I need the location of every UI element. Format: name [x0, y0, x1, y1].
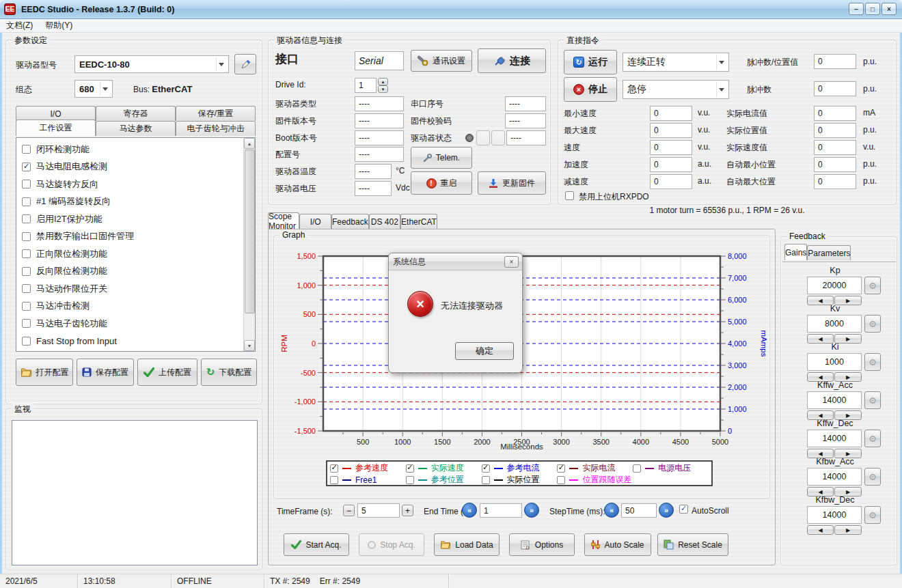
- cmd-param-input[interactable]: 0: [650, 157, 692, 172]
- dialog-ok-button[interactable]: 确定: [455, 342, 514, 360]
- minimize-button[interactable]: –: [849, 3, 864, 15]
- gain-input-ki[interactable]: 1000: [807, 353, 862, 371]
- cmd-param-input[interactable]: 0: [650, 123, 692, 138]
- option-checkbox[interactable]: [22, 232, 31, 241]
- legend-checkbox[interactable]: [482, 464, 490, 473]
- autoscroll-checkbox[interactable]: [679, 505, 688, 514]
- update-firmware-button[interactable]: 更新固件: [478, 171, 546, 195]
- option-checkbox[interactable]: [22, 284, 31, 293]
- reset-scale-button[interactable]: Reset Scale: [657, 533, 728, 556]
- params-tab-[interactable]: 寄存器: [96, 106, 176, 121]
- gain-input-kfbw_acc[interactable]: 14000: [807, 468, 862, 486]
- scope-tab-scope-monitor[interactable]: Scope Monitor: [268, 212, 299, 229]
- option-checkbox[interactable]: [22, 145, 31, 154]
- feedback-tab-gains[interactable]: Gains: [784, 244, 807, 260]
- option-list-scrollbar[interactable]: ▲ ▼: [243, 138, 255, 351]
- gain-settings-button[interactable]: ⚙: [864, 391, 881, 409]
- close-button[interactable]: ×: [882, 3, 897, 15]
- telemetry-button[interactable]: Telem.: [411, 147, 472, 169]
- endtime-prev-button[interactable]: «: [462, 503, 477, 518]
- legend-checkbox[interactable]: [482, 476, 490, 484]
- timeframe-plus-button[interactable]: +: [402, 505, 413, 516]
- scope-tab-feedback[interactable]: Feedback: [331, 214, 369, 229]
- cmd-param-input[interactable]: 0: [650, 174, 692, 189]
- dialog-close-button[interactable]: ×: [504, 256, 519, 268]
- steptime-forward-button[interactable]: »: [659, 503, 674, 518]
- status-button-2[interactable]: [491, 130, 505, 145]
- probe-button[interactable]: [234, 54, 256, 74]
- upload-config-button[interactable]: 上传配置: [137, 359, 197, 386]
- legend-checkbox[interactable]: [557, 476, 565, 484]
- gain-settings-button[interactable]: ⚙: [864, 506, 881, 524]
- restart-button[interactable]: ! 重启: [411, 171, 472, 195]
- legend-checkbox[interactable]: [406, 476, 414, 484]
- gain-decrease-button[interactable]: ◀: [807, 525, 834, 535]
- drive-id-up-button[interactable]: ▲: [378, 78, 388, 85]
- feedback-tab-parameters[interactable]: Parameters: [807, 245, 851, 260]
- comm-settings-button[interactable]: 通讯设置: [411, 50, 472, 72]
- steptime-input[interactable]: 50: [621, 503, 657, 518]
- option-checkbox[interactable]: [22, 302, 31, 311]
- params-tab-[interactable]: 电子齿轮与冲击: [176, 121, 256, 136]
- legend-checkbox[interactable]: [557, 464, 565, 473]
- gain-input-kffw_acc[interactable]: 14000: [807, 391, 862, 409]
- option-checkbox[interactable]: [22, 197, 31, 206]
- gain-settings-button[interactable]: ⚙: [864, 353, 881, 371]
- stop-acq-button[interactable]: Stop Acq.: [359, 533, 424, 556]
- scope-tab-ethercat[interactable]: EtherCAT: [400, 214, 437, 229]
- gain-input-kfbw_dec[interactable]: 14000: [807, 506, 862, 524]
- params-tab-[interactable]: 马达参数: [96, 121, 176, 136]
- load-data-button[interactable]: Load Data: [434, 533, 500, 556]
- download-config-button[interactable]: ↻ 下载配置: [201, 359, 257, 386]
- stop-mode-combo[interactable]: 急停: [623, 80, 729, 99]
- legend-checkbox[interactable]: [633, 464, 641, 473]
- scope-tab-i-o[interactable]: I/O: [299, 214, 331, 229]
- start-acq-button[interactable]: Start Acq.: [284, 533, 349, 556]
- run-button[interactable]: ↻ 运行: [564, 50, 617, 74]
- gain-increase-button[interactable]: ▶: [834, 525, 862, 535]
- open-config-button[interactable]: 打开配置: [16, 359, 73, 386]
- legend-checkbox[interactable]: [330, 464, 338, 473]
- timeframe-input[interactable]: 5: [357, 503, 400, 518]
- option-checkbox[interactable]: [22, 180, 31, 188]
- scroll-down-button[interactable]: ▼: [244, 340, 255, 351]
- scrollbar-thumb[interactable]: [245, 150, 255, 313]
- legend-checkbox[interactable]: [330, 476, 338, 484]
- rxpdo-checkbox[interactable]: [565, 191, 574, 200]
- steptime-back-button[interactable]: «: [604, 503, 619, 518]
- gain-settings-button[interactable]: ⚙: [864, 277, 881, 294]
- drive-id-down-button[interactable]: ▼: [378, 85, 388, 93]
- option-checkbox[interactable]: [22, 214, 31, 223]
- option-checkbox[interactable]: [22, 249, 31, 258]
- maximize-button[interactable]: □: [865, 3, 880, 15]
- connect-button[interactable]: 连接: [478, 48, 546, 73]
- option-checkbox[interactable]: [22, 267, 31, 276]
- gain-settings-button[interactable]: ⚙: [864, 468, 881, 486]
- scope-tab-ds-402[interactable]: DS 402: [369, 214, 400, 229]
- config-combo[interactable]: 680: [74, 80, 113, 98]
- params-tab-[interactable]: 保存/重置: [176, 106, 256, 121]
- run-mode-combo[interactable]: 连续正转: [623, 53, 729, 72]
- legend-checkbox[interactable]: [406, 464, 414, 473]
- gain-settings-button[interactable]: ⚙: [864, 315, 881, 333]
- stop-button[interactable]: × 停止: [564, 77, 617, 102]
- status-button-1[interactable]: [476, 130, 490, 145]
- params-tab-[interactable]: 工作设置: [16, 120, 96, 136]
- gain-input-kv[interactable]: 8000: [807, 315, 862, 333]
- endtime-next-button[interactable]: »: [524, 503, 539, 518]
- drive-id-input[interactable]: 1: [355, 78, 377, 93]
- option-checkbox[interactable]: [22, 337, 31, 346]
- gain-settings-button[interactable]: ⚙: [864, 430, 881, 447]
- options-button[interactable]: Options: [509, 533, 575, 556]
- menu-file[interactable]: 文档(Z): [0, 18, 39, 33]
- params-tab-i-o[interactable]: I/O: [16, 106, 96, 121]
- pulse-pos-input[interactable]: 0: [814, 54, 856, 69]
- cmd-param-input[interactable]: 0: [650, 106, 692, 121]
- gain-input-kp[interactable]: 20000: [807, 277, 862, 294]
- option-checkbox[interactable]: [22, 163, 31, 171]
- drive-model-combo[interactable]: EEDC-10-80: [74, 55, 229, 73]
- interface-input[interactable]: Serial: [355, 51, 404, 70]
- pulse-input[interactable]: 0: [814, 81, 856, 96]
- endtime-input[interactable]: 1: [480, 503, 522, 518]
- option-checkbox[interactable]: [22, 319, 31, 328]
